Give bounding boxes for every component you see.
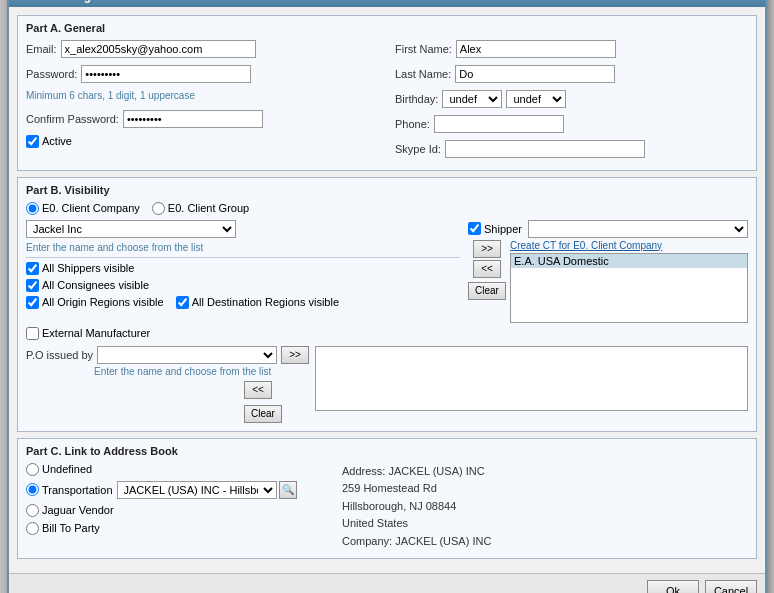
all-origin-checkbox[interactable] <box>26 296 39 309</box>
cancel-button[interactable]: Cancel <box>705 580 757 593</box>
po-issued-select[interactable] <box>97 346 277 364</box>
company-hint: Enter the name and choose from the list <box>26 242 460 253</box>
dialog-close-button[interactable]: × <box>749 0 757 3</box>
radio-client-company[interactable] <box>26 202 39 215</box>
company-value: JACKEL (USA) INC <box>395 535 491 547</box>
birthday-label: Birthday: <box>395 93 438 105</box>
part-c-title: Part C. Link to Address Book <box>26 445 748 457</box>
po-section: P.O issued by >> Enter the name and choo… <box>26 346 748 423</box>
radio-client-group[interactable] <box>152 202 165 215</box>
radio-client-company-text: E0. Client Company <box>42 202 140 214</box>
radio-jaguar-vendor-text: Jaguar Vendor <box>42 504 114 516</box>
active-label: Active <box>42 135 72 147</box>
address-block: Address: JACKEL (USA) INC 259 Homestead … <box>342 463 748 533</box>
all-origin-text: All Origin Regions visible <box>42 296 164 308</box>
all-consignees-label[interactable]: All Consignees visible <box>26 279 149 292</box>
all-destination-label[interactable]: All Destination Regions visible <box>176 296 339 309</box>
part-a-grid: Email: Password: Minimum 6 chars, 1 digi… <box>26 40 748 162</box>
shipper-add-button[interactable]: >> <box>473 240 501 258</box>
company-select[interactable]: Jackel Inc <box>26 220 236 238</box>
po-list-box <box>315 346 748 411</box>
address-book-dropdown-row: JACKEL (USA) INC - Hillsborough - 🔍 <box>117 481 297 499</box>
section-part-c: Part C. Link to Address Book Undefined T… <box>17 438 757 560</box>
create-ct-link[interactable]: Create CT for E0. Client Company <box>510 240 748 251</box>
all-origin-label[interactable]: All Origin Regions visible <box>26 296 164 309</box>
radio-client-company-label[interactable]: E0. Client Company <box>26 202 140 215</box>
radio-transportation[interactable] <box>26 483 39 496</box>
radio-transportation-label[interactable]: Transportation <box>26 483 113 496</box>
birthday-year-select[interactable]: undef <box>506 90 566 108</box>
phone-row: Phone: <box>395 115 748 133</box>
radio-bill-to[interactable] <box>26 522 39 535</box>
radio-undefined[interactable] <box>26 463 39 476</box>
part-c-left: Undefined Transportation JACKEL (USA) IN… <box>26 463 326 551</box>
birthday-month-select[interactable]: undef <box>442 90 502 108</box>
po-clear-button[interactable]: Clear <box>244 405 282 423</box>
all-shippers-checkbox[interactable] <box>26 262 39 275</box>
external-manufacturer-row: External Manufacturer <box>26 327 748 340</box>
all-shippers-label[interactable]: All Shippers visible <box>26 262 134 275</box>
last-name-label: Last Name: <box>395 68 451 80</box>
last-name-field[interactable] <box>455 65 615 83</box>
email-field[interactable] <box>61 40 256 58</box>
part-a-title: Part A. General <box>26 22 748 34</box>
radio-jaguar-vendor[interactable] <box>26 504 39 517</box>
email-row: Email: <box>26 40 379 58</box>
po-remove-button[interactable]: << <box>244 381 272 399</box>
part-b-title: Part B. Visibility <box>26 184 748 196</box>
all-destination-checkbox[interactable] <box>176 296 189 309</box>
radio-bill-to-label[interactable]: Bill To Party <box>26 522 326 535</box>
birthday-row: Birthday: undef undef <box>395 90 748 108</box>
shipper-arrow-buttons: >> << Clear <box>468 240 506 300</box>
part-a-right: First Name: Last Name: Birthday: undef <box>395 40 748 162</box>
radio-jaguar-vendor-label[interactable]: Jaguar Vendor <box>26 504 326 517</box>
po-issued-label: P.O issued by <box>26 349 93 361</box>
shipper-checkbox-label[interactable]: Shipper <box>468 222 522 235</box>
part-b-left: Jackel Inc Enter the name and choose fro… <box>26 220 460 323</box>
address-label: Address: <box>342 465 385 477</box>
external-manufacturer-label[interactable]: External Manufacturer <box>26 327 150 340</box>
section-part-a: Part A. General Email: Password: Minimum… <box>17 15 757 171</box>
active-checkbox[interactable] <box>26 135 39 148</box>
shipper-label: Shipper <box>484 223 522 235</box>
skype-field[interactable] <box>445 140 645 158</box>
part-b-radio-row: E0. Client Company E0. Client Group <box>26 202 748 215</box>
company-label: Company: <box>342 535 392 547</box>
radio-client-group-text: E0. Client Group <box>168 202 249 214</box>
confirm-password-field[interactable] <box>123 110 263 128</box>
password-row: Password: <box>26 65 379 83</box>
checkboxes-row3: All Origin Regions visible All Destinati… <box>26 296 460 309</box>
shipper-list-box: E.A. USA Domestic <box>510 253 748 323</box>
phone-label: Phone: <box>395 118 430 130</box>
shipper-clear-button[interactable]: Clear <box>468 282 506 300</box>
active-checkbox-label[interactable]: Active <box>26 135 72 148</box>
ok-button[interactable]: Ok <box>647 580 699 593</box>
all-consignees-checkbox[interactable] <box>26 279 39 292</box>
address-book-icon-button[interactable]: 🔍 <box>279 481 297 499</box>
checkboxes-row1: All Shippers visible <box>26 262 460 275</box>
po-left: P.O issued by >> Enter the name and choo… <box>26 346 309 423</box>
all-shippers-text: All Shippers visible <box>42 262 134 274</box>
shipper-header: Shipper <box>468 220 748 238</box>
radio-undefined-label[interactable]: Undefined <box>26 463 326 476</box>
first-name-row: First Name: <box>395 40 748 58</box>
address-book-select[interactable]: JACKEL (USA) INC - Hillsborough - <box>117 481 277 499</box>
shipper-list-item[interactable]: E.A. USA Domestic <box>511 254 747 268</box>
password-field[interactable] <box>81 65 251 83</box>
confirm-password-label: Confirm Password: <box>26 113 119 125</box>
po-hint: Enter the name and choose from the list <box>26 366 309 377</box>
checkboxes-row2: All Consignees visible <box>26 279 460 292</box>
external-manufacturer-checkbox[interactable] <box>26 327 39 340</box>
radio-client-group-label[interactable]: E0. Client Group <box>152 202 249 215</box>
password-hint: Minimum 6 chars, 1 digit, 1 uppercase <box>26 90 195 101</box>
first-name-field[interactable] <box>456 40 616 58</box>
shipper-checkbox[interactable] <box>468 222 481 235</box>
dialog-footer: Ok Cancel <box>9 573 765 593</box>
radio-bill-to-text: Bill To Party <box>42 522 100 534</box>
first-name-label: First Name: <box>395 43 452 55</box>
po-add-button[interactable]: >> <box>281 346 309 364</box>
shipper-remove-button[interactable]: << <box>473 260 501 278</box>
shipper-select[interactable] <box>528 220 748 238</box>
phone-field[interactable] <box>434 115 564 133</box>
all-consignees-text: All Consignees visible <box>42 279 149 291</box>
